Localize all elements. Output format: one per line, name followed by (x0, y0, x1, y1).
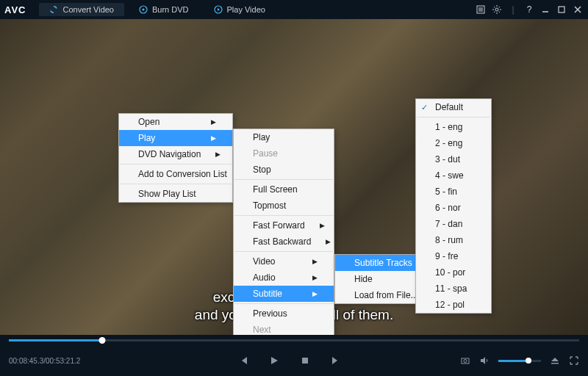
time-elapsed: 00:08:45.3 (9, 357, 43, 365)
app-logo: AVC (4, 4, 26, 15)
menu-item-fullscreen[interactable]: Full Screen (234, 181, 334, 198)
separator: | (507, 4, 519, 15)
track-4[interactable]: 4 - swe (416, 167, 491, 184)
next-button[interactable] (331, 355, 341, 366)
menu-separator (120, 184, 232, 184)
stop-button[interactable] (300, 355, 310, 366)
track-5[interactable]: 5 - fin (416, 184, 491, 200)
tab-label: Convert Video (62, 5, 114, 14)
progress-track[interactable] (9, 339, 579, 341)
play-circle-icon (214, 5, 223, 14)
chevron-right-icon: ▶ (312, 290, 318, 297)
track-7[interactable]: 7 - dan (416, 216, 491, 232)
close-icon[interactable] (572, 4, 584, 15)
track-10[interactable]: 10 - por (416, 264, 491, 281)
menu-item-stop[interactable]: Stop (234, 162, 334, 178)
time-total: 00:53:21.2 (46, 357, 80, 365)
menu-item-audio[interactable]: Audio▶ (234, 270, 334, 286)
tab-burn-dvd[interactable]: Burn DVD (129, 3, 199, 16)
track-2[interactable]: 2 - eng (416, 135, 491, 151)
tab-label: Play Video (227, 5, 265, 14)
maximize-icon[interactable] (556, 4, 567, 15)
menu-item-fast-forward[interactable]: Fast Forward▶ (234, 217, 334, 234)
snapshot-icon[interactable] (460, 355, 470, 366)
track-default[interactable]: ✓Default (416, 99, 491, 115)
track-9[interactable]: 9 - fre (416, 248, 491, 264)
menu-item-topmost[interactable]: Topmost (234, 198, 334, 214)
chevron-right-icon: ▶ (320, 222, 325, 229)
menu-separator (234, 303, 333, 304)
menu-separator (120, 164, 232, 164)
menu-item-dvd-navigation[interactable]: DVD Navigation▶ (119, 146, 232, 162)
chevron-right-icon: ▶ (312, 274, 318, 281)
progress-fill (9, 339, 102, 341)
help-icon[interactable]: ? (523, 4, 535, 15)
check-icon: ✓ (421, 103, 428, 112)
menu-separator (234, 179, 333, 180)
context-menu-play: Play Pause Stop Full Screen Topmost Fast… (233, 129, 334, 335)
menu-separator (417, 117, 490, 118)
progress-bar[interactable] (0, 335, 588, 345)
menu-item-open[interactable]: Open▶ (119, 114, 232, 130)
track-11[interactable]: 11 - spa (416, 281, 491, 297)
menu-item-previous[interactable]: Previous (234, 306, 334, 322)
menu-item-fast-backward[interactable]: Fast Backward▶ (234, 234, 334, 250)
fullscreen-icon[interactable] (569, 355, 579, 366)
tab-convert-video[interactable]: Convert Video (39, 3, 124, 16)
track-1[interactable]: 1 - eng (416, 119, 491, 135)
menu-item-pause: Pause (234, 145, 334, 162)
tab-label: Burn DVD (152, 5, 189, 14)
minimize-icon[interactable] (539, 4, 551, 15)
chevron-right-icon: ▶ (211, 118, 216, 126)
context-menu-tracks: ✓Default 1 - eng 2 - eng 3 - dut 4 - swe… (415, 98, 492, 314)
svg-rect-15 (551, 363, 559, 364)
svg-point-1 (143, 9, 145, 11)
disc-icon (139, 5, 148, 14)
menu-separator (234, 215, 333, 216)
chevron-right-icon: ▶ (215, 151, 220, 158)
track-12[interactable]: 12 - pol (416, 297, 491, 313)
video-viewport[interactable]: except you nds of children and you worry… (0, 19, 588, 335)
window-controls: | ? (475, 4, 584, 15)
track-8[interactable]: 8 - rum (416, 232, 491, 248)
menu-icon[interactable] (475, 4, 487, 15)
volume-slider[interactable] (498, 360, 541, 362)
svg-point-14 (464, 360, 467, 363)
chevron-right-icon: ▶ (326, 238, 331, 245)
menu-item-subtitle[interactable]: Subtitle▶ (234, 286, 334, 302)
titlebar: AVC Convert Video Burn DVD Play Video | … (0, 0, 588, 19)
player-controls: 00:08:45.3/00:53:21.2 (0, 345, 588, 376)
menu-item-play-action[interactable]: Play (234, 129, 334, 145)
context-menu-main: Open▶ Play▶ DVD Navigation▶ Add to Conve… (118, 113, 233, 203)
progress-thumb[interactable] (99, 337, 106, 344)
svg-rect-12 (302, 358, 308, 364)
svg-rect-9 (559, 7, 564, 12)
menu-item-show-playlist[interactable]: Show Play List (119, 186, 232, 202)
svg-point-7 (495, 8, 498, 11)
menu-item-add-conversion[interactable]: Add to Conversion List (119, 166, 232, 182)
menu-item-video[interactable]: Video▶ (234, 253, 334, 270)
time-display: 00:08:45.3/00:53:21.2 (9, 357, 119, 365)
gear-icon[interactable] (491, 4, 503, 15)
track-3[interactable]: 3 - dut (416, 151, 491, 167)
menu-separator (234, 251, 333, 252)
volume-icon[interactable] (479, 355, 490, 366)
menu-item-next: Next (234, 322, 334, 335)
refresh-icon (49, 5, 58, 14)
tab-play-video[interactable]: Play Video (204, 3, 276, 16)
play-button[interactable] (269, 355, 279, 366)
track-6[interactable]: 6 - nor (416, 200, 491, 216)
volume-fill (498, 360, 528, 362)
eject-icon[interactable] (550, 355, 560, 366)
chevron-right-icon: ▶ (211, 134, 216, 142)
chevron-right-icon: ▶ (312, 258, 318, 265)
volume-thumb[interactable] (526, 358, 531, 364)
menu-item-play[interactable]: Play▶ (119, 130, 232, 146)
prev-button[interactable] (238, 355, 248, 366)
